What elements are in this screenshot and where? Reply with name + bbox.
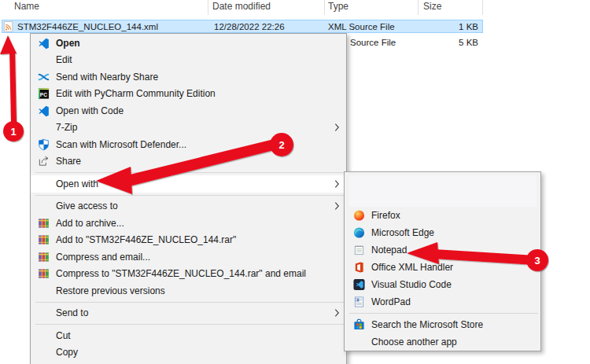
- menu-item-label: WordPad: [371, 296, 411, 307]
- chevron-right-icon: [334, 179, 340, 188]
- menu-item-label: Send with Nearby Share: [56, 72, 158, 83]
- column-divider[interactable]: [482, 0, 483, 15]
- menu-item-label: Office XML Handler: [371, 262, 453, 273]
- menu-item-copy[interactable]: Copy: [31, 344, 346, 362]
- store-icon: [353, 319, 365, 331]
- annotation-step-circle-1: [3, 121, 24, 142]
- menu-item-compress-to-stm32f446ze-nucleo-144-rar-and-email[interactable]: Compress to "STM32F446ZE_NUCLEO_144.rar"…: [31, 266, 346, 283]
- file-size: 1 KB: [429, 21, 478, 32]
- menu-item-cut[interactable]: Cut: [31, 327, 346, 344]
- menu-item-label: Notepad: [371, 245, 407, 256]
- menu-item-label: Compress to "STM32F446ZE_NUCLEO_144.rar"…: [56, 268, 306, 279]
- annotation-arrow-1: [0, 35, 17, 123]
- menu-item-label: Search the Microsoft Store: [371, 319, 483, 330]
- menu-separator: [31, 193, 346, 198]
- menu-separator: [31, 170, 346, 175]
- menu-item-edit[interactable]: Edit: [31, 52, 346, 69]
- notepad-icon: [353, 245, 365, 256]
- menu-item-label: Add to "STM32F446ZE_NUCLEO_144.rar": [56, 234, 236, 245]
- menu-item-give-access-to[interactable]: Give access to: [31, 198, 346, 215]
- column-header-type[interactable]: Type: [328, 1, 348, 12]
- menu-item-label: Choose another app: [371, 336, 457, 347]
- menu-item-edit-with-pycharm-community-edition[interactable]: PCEdit with PyCharm Community Edition: [31, 86, 346, 103]
- edge-icon: [353, 227, 365, 239]
- menu-item-restore-previous-versions[interactable]: Restore previous versions: [31, 282, 346, 300]
- context-menu: OpenEditSend with Nearby SharePCEdit wit…: [30, 33, 347, 364]
- partial-row-size: 5 KB: [429, 37, 478, 48]
- menu-item-label: Open with: [56, 178, 98, 189]
- menu-item-label: Compress and email...: [56, 252, 150, 263]
- chevron-right-icon: [334, 202, 340, 211]
- column-header-name[interactable]: Name: [14, 1, 39, 12]
- menu-separator: [345, 311, 540, 316]
- menu-item-scan-with-microsoft-defender[interactable]: Scan with Microsoft Defender...: [31, 136, 346, 153]
- vscode-icon: [38, 105, 50, 116]
- menu-item-send-to[interactable]: Send to: [31, 305, 346, 322]
- menu-item-7-zip[interactable]: 7-Zip: [31, 119, 346, 137]
- menu-item-open-with-code[interactable]: Open with Code: [31, 102, 346, 119]
- vscode-dark-icon: [353, 279, 365, 291]
- menu-item-label: Give access to: [56, 200, 118, 211]
- share-icon: [38, 156, 50, 167]
- menu-item-label: Edit: [56, 54, 72, 65]
- winrar-icon: [38, 268, 50, 280]
- partial-row-type: Source File: [350, 37, 396, 48]
- file-type: XML Source File: [328, 21, 395, 32]
- svg-text:A: A: [357, 298, 360, 302]
- winrar-icon: [38, 234, 50, 246]
- chevron-right-icon: [334, 309, 340, 318]
- column-header-size[interactable]: Size: [423, 1, 441, 12]
- menu-separator: [31, 300, 346, 305]
- menu-item-label: Firefox: [371, 210, 400, 221]
- menu-item-choose-another-app[interactable]: Choose another app: [345, 333, 540, 351]
- menu-item-microsoft-edge[interactable]: Microsoft Edge: [345, 224, 540, 241]
- menu-separator: [31, 322, 346, 327]
- screenshot-root: { "explorer": { "columns": ["Name", "Dat…: [0, 0, 590, 364]
- menu-item-open-with[interactable]: Open with: [31, 175, 346, 193]
- menu-item-label: Scan with Microsoft Defender...: [56, 139, 186, 150]
- menu-item-label: Visual Studio Code: [371, 279, 452, 290]
- menu-item-firefox[interactable]: Firefox: [345, 207, 540, 224]
- annotation-step-number: 1: [10, 126, 16, 138]
- menu-item-label: Open with Code: [56, 105, 124, 116]
- menu-item-visual-studio-code[interactable]: Visual Studio Code: [345, 276, 540, 293]
- menu-item-open[interactable]: Open: [31, 35, 346, 52]
- winrar-icon: [38, 251, 50, 263]
- chevron-right-icon: [334, 123, 340, 132]
- column-divider[interactable]: [324, 0, 325, 15]
- submenu-blank-area: [349, 175, 537, 207]
- menu-item-notepad[interactable]: Notepad: [345, 241, 540, 259]
- column-header-date-modified[interactable]: Date modified: [212, 1, 271, 12]
- office-icon: [353, 262, 365, 274]
- wordpad-icon: A: [353, 296, 365, 308]
- file-name: STM32F446ZE_NUCLEO_144.xml: [17, 21, 158, 32]
- menu-item-search-the-microsoft-store[interactable]: Search the Microsoft Store: [345, 316, 540, 333]
- file-date: 12/28/2022 22:26: [214, 21, 285, 32]
- menu-item-label: Edit with PyCharm Community Edition: [56, 88, 216, 99]
- pycharm-icon: PC: [38, 88, 50, 100]
- open-with-submenu: FirefoxMicrosoft EdgeNotepadOffice XML H…: [344, 171, 541, 351]
- menu-item-add-to-stm32f446ze-nucleo-144-rar[interactable]: Add to "STM32F446ZE_NUCLEO_144.rar": [31, 232, 346, 249]
- winrar-icon: [38, 217, 50, 229]
- menu-item-share[interactable]: Share: [31, 153, 346, 171]
- firefox-icon: [353, 210, 365, 222]
- menu-item-wordpad[interactable]: AWordPad: [345, 293, 540, 311]
- menu-item-label: Add to archive...: [56, 218, 124, 229]
- nearby-share-icon: [38, 71, 50, 83]
- menu-item-add-to-archive[interactable]: Add to archive...: [31, 215, 346, 232]
- menu-item-label: Send to: [56, 307, 88, 318]
- svg-text:PC: PC: [40, 92, 47, 97]
- menu-item-label: Copy: [56, 347, 78, 358]
- vscode-icon: [38, 37, 50, 49]
- menu-item-office-xml-handler[interactable]: Office XML Handler: [345, 259, 540, 276]
- column-divider[interactable]: [418, 0, 419, 15]
- menu-item-label: Share: [56, 156, 81, 167]
- menu-item-send-with-nearby-share[interactable]: Send with Nearby Share: [31, 68, 346, 86]
- column-divider[interactable]: [208, 0, 208, 15]
- menu-item-label: Open: [56, 38, 80, 49]
- defender-icon: [38, 138, 50, 150]
- menu-item-compress-and-email[interactable]: Compress and email...: [31, 248, 346, 266]
- xml-file-icon: [3, 21, 14, 32]
- menu-item-label: Microsoft Edge: [371, 227, 434, 238]
- menu-item-label: 7-Zip: [56, 122, 77, 133]
